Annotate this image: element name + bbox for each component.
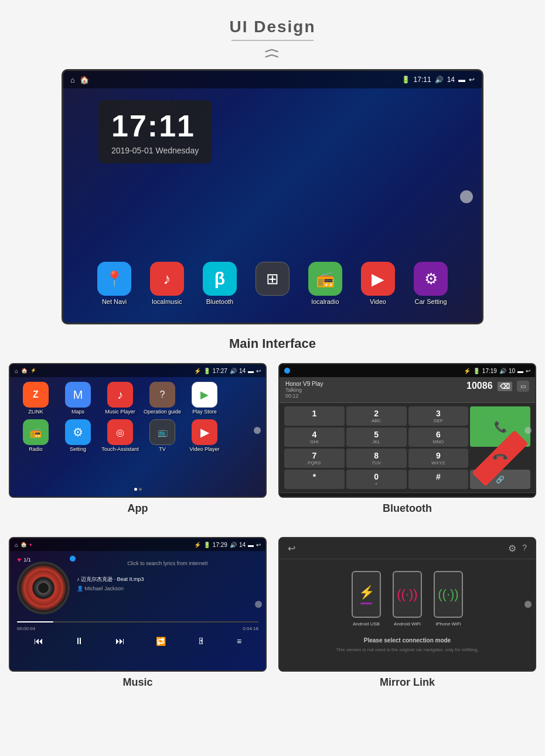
android-usb-label: Android USB [353,621,380,627]
bt-key-8[interactable]: 8TUV [346,449,407,468]
music-controls: ⏮ ⏸ ⏭ 🔁 🎚 ≡ [10,632,265,650]
home-icon[interactable]: ⌂ [70,76,75,84]
battery-icon: 🔋 [401,76,410,84]
app-status-bar: ⌂ 🏠 ⚡ ⚡ 🔋 17:27 🔊 14 ▬ ↩ [10,364,265,377]
music-next-btn[interactable]: ⏭ [115,636,125,646]
music-progress-bar[interactable] [17,621,258,622]
bt-contact-icon[interactable]: 📋 [339,497,350,498]
bt-battery: 🔋 [473,368,480,374]
app-video-player[interactable]: ▶ Video Player [185,419,224,452]
app-music-player[interactable]: ♪ Music Player [100,382,140,415]
mirror-iphone-wifi[interactable]: ((·)) iPhone WiFi [434,571,463,627]
music-home-icon[interactable]: ⌂ [15,542,18,548]
bt-dial-icon[interactable]: ⊞ [299,497,306,498]
bt-settings-icon[interactable]: ⚙ [507,497,516,498]
main-time: 17:11 [414,76,431,84]
bt-key-3[interactable]: 3DEF [408,406,469,426]
music-equalizer-btn[interactable]: 🎚 [197,637,206,646]
bt-key-hash[interactable]: # [408,470,469,489]
mirror-settings-icon[interactable]: ⚙ [508,543,516,554]
operation-guide-icon: ? [149,382,175,408]
maps-icon: M [65,382,91,408]
grid-icon: ⊞ [256,262,289,296]
app-touch-assistant[interactable]: ◎ Touch-Assistant [100,419,140,452]
mirror-help-icon[interactable]: ? [522,543,527,554]
music-screen-wrapper: ⌂ 🏠 ♥ ⚡ 🔋 17:29 🔊 14 ▬ ↩ [9,537,267,700]
app-operation-guide[interactable]: ? Operation guide [142,382,182,415]
app-setting[interactable]: ⚙ Setting [58,419,98,452]
app-back[interactable]: ↩ [256,368,261,374]
bt-key-2[interactable]: 2ABC [346,406,407,426]
bt-delete-btn[interactable]: ⌫ [498,382,512,391]
mirror-screen-container: ↩ ⚙ ? ⚡ Android USB [278,537,536,672]
music-screen-container: ⌂ 🏠 ♥ ⚡ 🔋 17:29 🔊 14 ▬ ↩ [9,537,267,672]
clock-date: 2019-05-01 Wednesday [111,146,199,155]
bt-key-4[interactable]: 4GHI [284,427,345,447]
bt-key-7[interactable]: 7PQRS [284,449,345,468]
bt-key-1[interactable]: 1 [284,406,345,426]
music-time-current: 00:00:04 [17,626,35,631]
music-repeat-btn[interactable]: 🔁 [156,637,166,646]
localmusic-icon: ♪ [150,262,184,296]
app-net-navi[interactable]: 📍 Net Navi [91,262,138,305]
bt-contacts2-icon[interactable]: 👤 [383,497,394,498]
main-app-icons-row: 📍 Net Navi ♪ localmusic β Bluetooth ⊞ 📻 … [63,252,482,311]
signal-icon: ▬ [458,76,465,84]
bt-phone2-icon[interactable]: 📱 [464,497,475,498]
bt-duration: 00:12 [285,393,461,399]
bt-time: 17:19 [482,368,497,374]
music-time-total: 0:04:18 [243,626,258,631]
bt-key-5[interactable]: 5JKL [346,427,407,447]
bt-extra-btn[interactable]: ▭ [517,381,529,392]
app-signal: ▬ [248,368,254,374]
app-zlink[interactable]: Z ZLINK [16,382,56,415]
bt-key-star[interactable]: * [284,470,345,489]
app-localradio[interactable]: 📻 localradio [302,262,349,305]
video-icon: ▶ [361,262,395,296]
music-lyrics-hint[interactable]: Click to search lyrics from internet! [77,560,258,566]
app-house-icon[interactable]: 🏠 [21,368,28,374]
music-heart[interactable]: ♥ [17,556,21,564]
clock-time: 17:11 [111,108,199,143]
bt-status-bar: ⚡ 🔋 17:19 🔊 10 ▬ ↩ [280,364,535,377]
music-time: 17:29 [213,542,227,548]
mirror-android-usb[interactable]: ⚡ Android USB [352,571,381,627]
scroll-indicator[interactable] [460,190,473,203]
back-icon[interactable]: ↩ [469,76,475,84]
app-localmusic[interactable]: ♪ localmusic [144,262,190,305]
bt-icon-small: ⚡ [194,368,201,374]
app-play-store[interactable]: ▶ Play Store [185,382,224,415]
music-song-file: ♪ 迈克尔杰克逊 · Beat It.mp3 [77,576,258,583]
music-pause-btn[interactable]: ⏸ [74,636,84,646]
bt-transfer-icon[interactable]: ↕ [427,497,431,498]
music-house-icon[interactable]: 🏠 [21,542,27,548]
app-bluetooth[interactable]: β Bluetooth [196,262,243,305]
app-home-icon[interactable]: ⌂ [15,368,18,374]
bt-key-9[interactable]: 9WXYZ [408,449,469,468]
main-signal-num: 14 [447,76,455,84]
bt-key-6[interactable]: 6MNO [408,427,469,447]
mirror-android-wifi[interactable]: ((·)) Android WiFi [393,571,422,627]
section-main-label: Main Interface [229,336,316,351]
music-playlist-btn[interactable]: ≡ [237,637,241,646]
app-video[interactable]: ▶ Video [355,262,401,305]
volume-icon: 🔊 [435,76,444,84]
bt-label: Bluetooth [383,502,432,515]
house-icon[interactable]: 🏠 [80,76,89,84]
setting-icon: ⚙ [65,419,91,445]
music-prev-btn[interactable]: ⏮ [34,636,43,646]
app-grid-menu[interactable]: ⊞ [249,262,296,305]
mirror-back-icon[interactable]: ↩ [288,543,295,554]
app-maps[interactable]: M Maps [58,382,98,415]
clock-widget: 17:11 2019-05-01 Wednesday [98,100,212,163]
bt-key-0[interactable]: 0+ [346,470,407,489]
app-num: 14 [239,368,246,374]
bt-number-display: 10086 ⌫ [466,381,512,391]
mirror-screen-wrapper: ↩ ⚙ ? ⚡ Android USB [278,537,536,700]
music-count: 1/1 [23,557,31,563]
app-tv[interactable]: 📺 TV [142,419,182,452]
music-player-icon: ♪ [107,382,133,408]
app-volume: 🔊 [230,368,237,374]
app-car-setting[interactable]: ⚙ Car Setting [407,262,454,305]
app-radio[interactable]: 📻 Radio [16,419,56,452]
